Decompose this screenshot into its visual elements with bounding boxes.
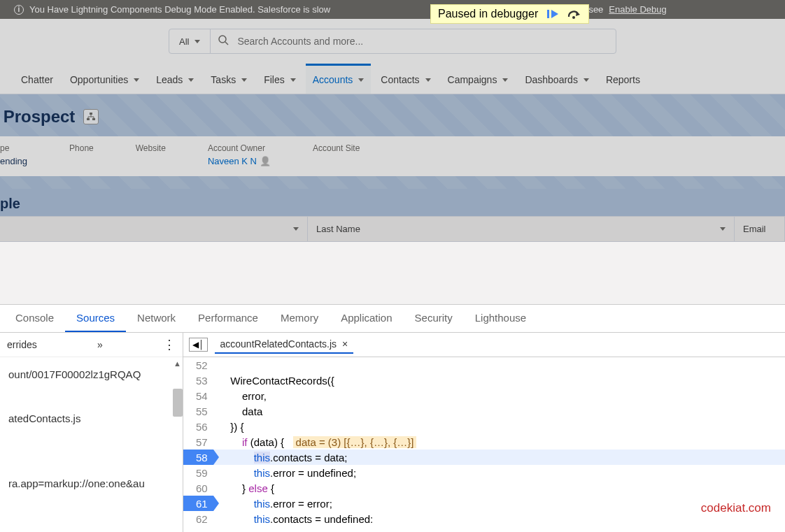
devtools-tab-console[interactable]: Console xyxy=(4,305,65,332)
search-input[interactable] xyxy=(229,36,616,47)
sidebar-header: errides xyxy=(7,339,37,350)
nav-tab-opportunities[interactable]: Opportunities xyxy=(63,64,146,94)
detail-label: pe xyxy=(0,143,27,153)
devtools-tab-lighthouse[interactable]: Lighthouse xyxy=(464,305,537,332)
svg-rect-9 xyxy=(547,10,549,18)
devtools-tab-network[interactable]: Network xyxy=(126,305,187,332)
file-tab[interactable]: accountRelatedContacts.js × xyxy=(215,336,354,354)
code-line[interactable]: error, xyxy=(213,388,785,403)
step-over-icon[interactable] xyxy=(567,8,581,20)
nav-tab-contacts[interactable]: Contacts xyxy=(374,64,437,94)
nav-tab-label: Files xyxy=(264,74,285,85)
detail-label: Account Site xyxy=(313,143,360,153)
chevron-down-icon xyxy=(720,227,726,231)
nav-tab-label: Dashboards xyxy=(525,74,578,85)
search-scope-dropdown[interactable]: All xyxy=(169,29,211,53)
debugger-paused-label: Paused in debugger xyxy=(438,8,538,20)
devtools-tabs: ConsoleSourcesNetworkPerformanceMemoryAp… xyxy=(0,305,785,333)
enable-debug-link[interactable]: Enable Debug xyxy=(609,4,666,15)
related-list-title: ple xyxy=(0,189,785,216)
code-line[interactable]: this.contacts = data; xyxy=(213,450,785,465)
related-table-header: Last Name Email xyxy=(0,216,785,242)
chevron-down-icon[interactable] xyxy=(358,78,364,82)
code-line[interactable]: if (data) { data = (3) [{…}, {…}, {…}] xyxy=(213,434,785,450)
column-header-first[interactable] xyxy=(0,217,308,241)
toggle-navigator-icon[interactable]: ◀│ xyxy=(189,338,208,352)
nav-tab-leads[interactable]: Leads xyxy=(149,64,201,94)
chevron-down-icon[interactable] xyxy=(425,78,431,82)
detail-field: peending xyxy=(0,143,27,166)
nav-tab-dashboards[interactable]: Dashboards xyxy=(518,64,596,94)
info-icon: i xyxy=(14,5,24,15)
line-number[interactable]: 62 xyxy=(183,511,213,526)
nav-tab-campaigns[interactable]: Campaigns xyxy=(441,64,516,94)
nav-tab-chatter[interactable]: Chatter xyxy=(14,64,60,94)
debugger-paused-overlay: Paused in debugger xyxy=(430,4,589,24)
sidebar-file-item[interactable]: ra.app=markup://one:one&au xyxy=(0,472,183,495)
hierarchy-icon[interactable] xyxy=(83,109,99,124)
nav-tab-label: Leads xyxy=(156,74,183,85)
code-line[interactable]: this.contacts = undefined: xyxy=(213,511,785,526)
devtools-tab-security[interactable]: Security xyxy=(404,305,464,332)
sidebar-file-item[interactable]: ount/0017F00002lz1gRQAQ xyxy=(0,363,183,386)
chevron-down-icon[interactable] xyxy=(241,78,247,82)
close-icon[interactable]: × xyxy=(342,338,348,350)
nav-tab-reports[interactable]: Reports xyxy=(599,64,647,94)
column-header-lastname[interactable]: Last Name xyxy=(308,217,735,241)
detail-field: Phone xyxy=(69,143,94,166)
line-number[interactable]: 60 xyxy=(183,480,213,496)
line-number[interactable]: 54 xyxy=(183,388,213,403)
code-editor[interactable]: 5253545556575859606162 WireContactRecord… xyxy=(183,357,785,532)
nav-tab-files[interactable]: Files xyxy=(257,64,303,94)
chevron-down-icon[interactable] xyxy=(290,78,296,82)
devtools-tab-performance[interactable]: Performance xyxy=(187,305,269,332)
line-number[interactable]: 52 xyxy=(183,357,213,373)
svg-point-12 xyxy=(572,16,575,19)
line-number[interactable]: 55 xyxy=(183,403,213,419)
line-number[interactable]: 59 xyxy=(183,465,213,480)
svg-marker-10 xyxy=(551,10,558,18)
code-line[interactable] xyxy=(213,357,785,373)
detail-label: Phone xyxy=(69,143,94,153)
user-icon: 👤 xyxy=(260,156,271,166)
svg-point-0 xyxy=(219,36,226,43)
line-number[interactable]: 58 xyxy=(183,450,213,465)
detail-value: ending xyxy=(0,156,27,166)
nav-tab-accounts[interactable]: Accounts xyxy=(306,64,372,94)
line-number[interactable]: 53 xyxy=(183,373,213,388)
nav-tab-label: Reports xyxy=(606,74,640,85)
line-number[interactable]: 61 xyxy=(183,496,213,511)
devtools-tab-sources[interactable]: Sources xyxy=(65,305,126,332)
devtools-tab-application[interactable]: Application xyxy=(330,305,403,332)
svg-rect-2 xyxy=(90,113,92,115)
line-number[interactable]: 56 xyxy=(183,419,213,434)
scrollbar-thumb[interactable] xyxy=(173,389,183,417)
line-number[interactable]: 57 xyxy=(183,434,213,450)
code-line[interactable]: } else { xyxy=(213,480,785,496)
sources-sidebar: errides » ⋮ ▲ ount/0017F00002lz1gRQAQate… xyxy=(0,333,183,532)
code-line[interactable]: }) { xyxy=(213,419,785,434)
record-title: t Prospect xyxy=(0,107,75,127)
detail-label: Account Owner xyxy=(208,143,271,153)
column-header-email[interactable]: Email xyxy=(735,217,785,241)
code-line[interactable]: this.error = error; xyxy=(213,496,785,511)
devtools-tab-memory[interactable]: Memory xyxy=(269,305,330,332)
nav-tab-tasks[interactable]: Tasks xyxy=(204,64,254,94)
chevron-down-icon[interactable] xyxy=(134,78,139,82)
watermark: codekiat.com xyxy=(701,501,771,515)
code-line[interactable]: WireContactRecords({ xyxy=(213,373,785,388)
resume-icon[interactable] xyxy=(546,8,559,20)
sidebar-file-item[interactable]: atedContacts.js xyxy=(0,407,183,430)
chevron-down-icon[interactable] xyxy=(584,78,589,82)
search-icon xyxy=(218,34,229,48)
detail-value[interactable]: Naveen K N👤 xyxy=(208,156,271,166)
chevron-right-icon[interactable]: » xyxy=(97,339,103,350)
code-line[interactable]: this.error = undefined; xyxy=(213,465,785,480)
scroll-up-arrow[interactable]: ▲ xyxy=(174,359,181,368)
chevron-down-icon[interactable] xyxy=(188,78,194,82)
more-icon[interactable]: ⋮ xyxy=(163,337,176,352)
chevron-down-icon[interactable] xyxy=(502,78,508,82)
code-line[interactable]: data xyxy=(213,403,785,419)
search-scope-label: All xyxy=(179,36,189,47)
svg-line-1 xyxy=(225,42,228,45)
